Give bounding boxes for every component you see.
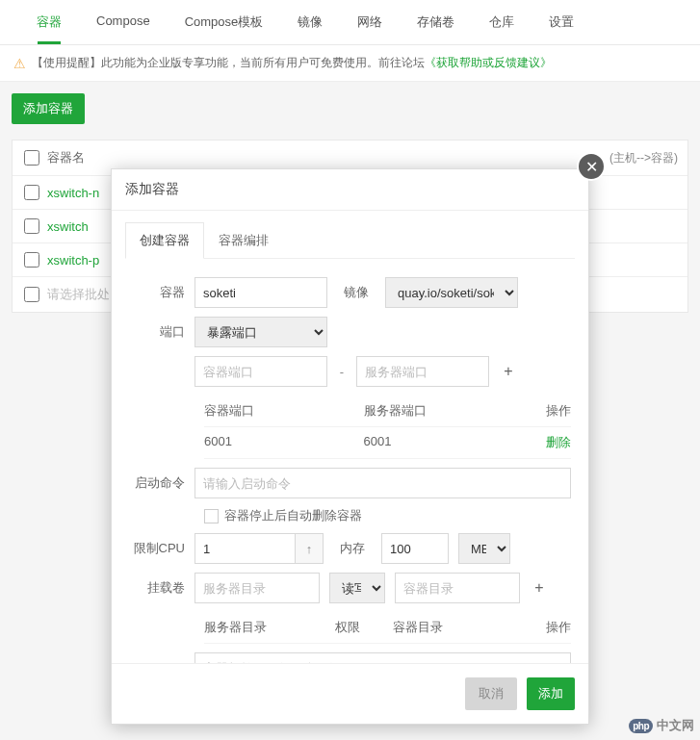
- mount-rw-select[interactable]: 读写: [329, 573, 385, 603]
- cpu-stepper: ↑: [194, 533, 324, 564]
- label-port: 端口: [129, 323, 194, 341]
- label-mount: 挂载卷: [129, 579, 194, 597]
- label-mem: 内存: [333, 540, 372, 557]
- mt-h4: 操作: [523, 619, 571, 636]
- watermark: php 中文网: [629, 717, 694, 734]
- label-image: 镜像: [337, 284, 376, 301]
- php-logo-icon: php: [629, 719, 653, 733]
- add-container-modal: ✕ 添加容器 创建容器 容器编排 容器 镜像 quay.io/soketi/so…: [111, 168, 589, 725]
- auto-remove-row: 容器停止后自动删除容器: [204, 507, 571, 524]
- add-mount-icon[interactable]: +: [530, 579, 549, 597]
- server-port-input[interactable]: [356, 356, 489, 387]
- auto-remove-label: 容器停止后自动删除容器: [224, 507, 362, 524]
- mt-h3: 容器目录: [393, 619, 524, 636]
- container-input[interactable]: [194, 277, 327, 308]
- mem-input[interactable]: [381, 533, 449, 564]
- server-dir-input[interactable]: [194, 573, 320, 603]
- mount-table-header: 服务器目录 权限 容器目录 操作: [204, 612, 571, 644]
- modal-overlay: ✕ 添加容器 创建容器 容器编排 容器 镜像 quay.io/soketi/so…: [0, 0, 700, 740]
- port-table-header: 容器端口 服务器端口 操作: [204, 396, 571, 427]
- modal-inner-tabs: 创建容器 容器编排: [125, 222, 575, 259]
- pt-cport: 6001: [204, 434, 364, 451]
- mount-table: 服务器目录 权限 容器目录 操作: [204, 612, 571, 644]
- cpu-input[interactable]: [194, 533, 295, 564]
- submit-add-button[interactable]: 添加: [527, 677, 575, 710]
- modal-body: 容器 镜像 quay.io/soketi/soketi:1 端口 暴露端口: [112, 259, 588, 663]
- modal-title: 添加容器: [112, 169, 588, 211]
- pt-sport: 6001: [364, 434, 524, 451]
- cpu-step-up-icon[interactable]: ↑: [295, 533, 324, 564]
- dash-icon: -: [337, 365, 347, 379]
- pt-h3: 操作: [523, 402, 571, 420]
- auto-remove-checkbox[interactable]: [204, 509, 219, 523]
- tag-textarea[interactable]: [194, 652, 571, 663]
- start-cmd-input[interactable]: [194, 468, 571, 498]
- mt-h1: 服务器目录: [204, 619, 335, 636]
- label-start-cmd: 启动命令: [129, 474, 194, 492]
- inner-tab-compose[interactable]: 容器编排: [204, 222, 283, 258]
- add-port-icon[interactable]: +: [499, 363, 518, 380]
- mem-unit-select[interactable]: MB: [458, 533, 510, 564]
- watermark-text: 中文网: [657, 717, 694, 734]
- label-cpu: 限制CPU: [129, 540, 194, 557]
- pt-h1: 容器端口: [204, 402, 364, 420]
- port-mode-select[interactable]: 暴露端口: [194, 317, 327, 347]
- pt-h2: 服务器端口: [364, 402, 524, 420]
- image-select[interactable]: quay.io/soketi/soketi:1: [385, 277, 518, 308]
- container-port-input[interactable]: [194, 356, 327, 387]
- delete-port-button[interactable]: 删除: [546, 435, 571, 449]
- label-container: 容器: [129, 284, 194, 301]
- cancel-button[interactable]: 取消: [465, 677, 517, 710]
- port-table-row: 6001 6001 删除: [204, 427, 571, 459]
- modal-footer: 取消 添加: [112, 663, 588, 724]
- container-dir-input[interactable]: [395, 573, 520, 603]
- port-table: 容器端口 服务器端口 操作 6001 6001 删除: [204, 396, 571, 459]
- mt-h2: 权限: [335, 619, 393, 636]
- inner-tab-create[interactable]: 创建容器: [125, 222, 204, 259]
- close-icon[interactable]: ✕: [577, 152, 606, 181]
